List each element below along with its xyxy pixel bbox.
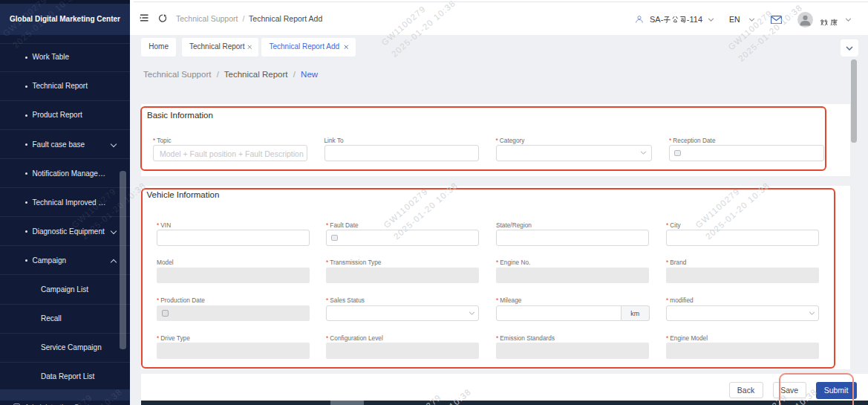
svg-text:2025-01-20 10:38: 2025-01-20 10:38 [390, 0, 457, 59]
svg-text:GW1100279: GW1100279 [382, 187, 429, 230]
svg-text:GW1100279: GW1100279 [741, 393, 789, 405]
svg-text:GW1100279: GW1100279 [46, 393, 94, 405]
svg-text:2025-01-20 10:38: 2025-01-20 10:38 [11, 0, 79, 50]
svg-text:GW1100279: GW1100279 [395, 393, 443, 405]
svg-text:2025-01-20 10:38: 2025-01-20 10:38 [737, 3, 804, 63]
svg-text:2025-01-20 10:38: 2025-01-20 10:38 [56, 387, 124, 405]
svg-text:2025-01-20 10:38: 2025-01-20 10:38 [392, 181, 460, 241]
svg-text:GW1100279: GW1100279 [694, 187, 741, 230]
svg-text:2025-01-20 10:38: 2025-01-20 10:38 [130, 181, 148, 241]
svg-text:GW1100279: GW1100279 [379, 4, 427, 48]
svg-text:2025-01-20 10:38: 2025-01-20 10:38 [80, 181, 130, 241]
svg-text:GW1100279: GW1100279 [70, 187, 117, 230]
svg-text:2025-01-20 10:38: 2025-01-20 10:38 [751, 387, 819, 405]
svg-text:2025-01-20 10:38: 2025-01-20 10:38 [704, 181, 771, 241]
svg-text:GW1100279: GW1100279 [726, 9, 774, 52]
svg-text:2025-01-20 10:38: 2025-01-20 10:38 [405, 387, 473, 405]
svg-text:GW1100279: GW1100279 [1, 0, 48, 39]
